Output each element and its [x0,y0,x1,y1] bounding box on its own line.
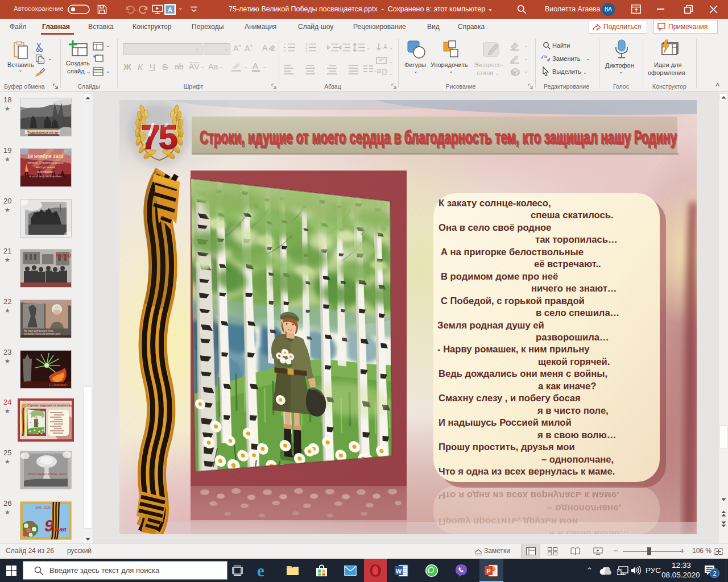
svg-text:Земля родная душу ей: Земля родная душу ей [437,320,544,331]
svg-text:а как иначе?: а как иначе? [538,381,596,392]
svg-text:А на пригорке белоствольные: А на пригорке белоствольные [441,247,584,257]
svg-text:W: W [396,568,402,575]
svg-text:Что я одна из всех вернулась к: Что я одна из всех вернулась к маме. [439,466,615,477]
svg-text:Она в село своё родное: Она в село своё родное [439,222,551,233]
svg-text:В родимом доме про неё: В родимом доме про неё [441,271,558,282]
svg-text:Что я одна из всех вернулась к: Что я одна из всех вернулась к маме. [439,490,619,501]
svg-text:– однополчане,: – однополчане, [541,454,614,465]
svg-text:в село спешила…: в село спешила… [536,307,619,318]
svg-text:⌄: ⌄ [389,44,393,50]
svg-text:спеша скатилось.: спеша скатилось. [531,210,614,221]
svg-text:С Победой, с горькой правдой: С Победой, с горькой правдой [441,296,585,306]
svg-text:так торопилась…: так торопилась… [535,234,618,245]
svg-text:⌄: ⌄ [389,59,393,64]
svg-text:9: 9 [44,516,54,535]
svg-text:я в свою волю…: я в свою волю… [548,529,630,534]
svg-text:разворошила…: разворошила… [536,332,609,343]
svg-text:я в свою волю…: я в свою волю… [537,430,616,440]
svg-text:A: A [383,44,387,50]
svg-text:мая: мая [55,526,67,533]
svg-text:по всему было по мнение долг: по всему было по мнение долг [24,332,61,335]
svg-text:С Победой!: С Победой! [49,383,67,386]
svg-text:⌄: ⌄ [374,67,378,73]
svg-text:Прошу простить, друзья мои: Прошу простить, друзья мои [439,442,575,452]
svg-text:наступления: наступления [36,165,55,169]
svg-text:я в чисто поле,: я в чисто поле, [537,405,609,416]
svg-text:– однополчане,: – однополчане, [547,503,621,514]
svg-text:1945 - 2020: 1945 - 2020 [35,506,51,509]
svg-text:Родг ндлай в боль чего!: Родг ндлай в боль чего! [28,472,67,476]
svg-text:Строки, идущие от моего сердца: Строки, идущие от моего сердца в благода… [27,404,72,407]
svg-text:Смахну слезу , и побегу босая: Смахну слезу , и побегу босая [439,393,581,404]
svg-text:3: 3 [305,49,308,53]
svg-text:И надышусь Россией милой: И надышусь Россией милой [439,417,572,428]
svg-text:К закату солнце-колесо,: К закату солнце-колесо, [439,198,551,209]
svg-text:⌄: ⌄ [366,45,370,51]
svg-text:Строки, идущие от моего сердца: Строки, идущие от моего сердца в благода… [200,126,677,148]
svg-text:19 ноября 1942: 19 ноября 1942 [27,153,64,159]
svg-text:щекой горячей.: щекой горячей. [538,356,610,367]
svg-text:A: A [168,6,172,13]
svg-text:Победа!!!: Победа!!! [56,253,71,259]
svg-text:маневрами: маневрами [38,170,54,173]
svg-text:начало Сталинградского: начало Сталинградского [27,161,63,164]
svg-text:P: P [486,568,490,575]
svg-text:- Нарву ромашек, к ним прильну: - Нарву ромашек, к ним прильну [437,344,590,355]
svg-text:Прошу простить, друзья мои: Прошу простить, друзья мои [439,516,578,527]
svg-text:её встречают..: её встречают.. [534,259,601,269]
svg-text:⌄: ⌄ [389,70,393,76]
svg-text:в этой мировой войны: в этой мировой войны [30,174,62,178]
svg-text:Ведь дождались они меня с войн: Ведь дождались они меня с войны, [439,368,607,379]
svg-text:75: 75 [141,118,177,156]
svg-text:ничего не знают…: ничего не знают… [531,283,617,294]
